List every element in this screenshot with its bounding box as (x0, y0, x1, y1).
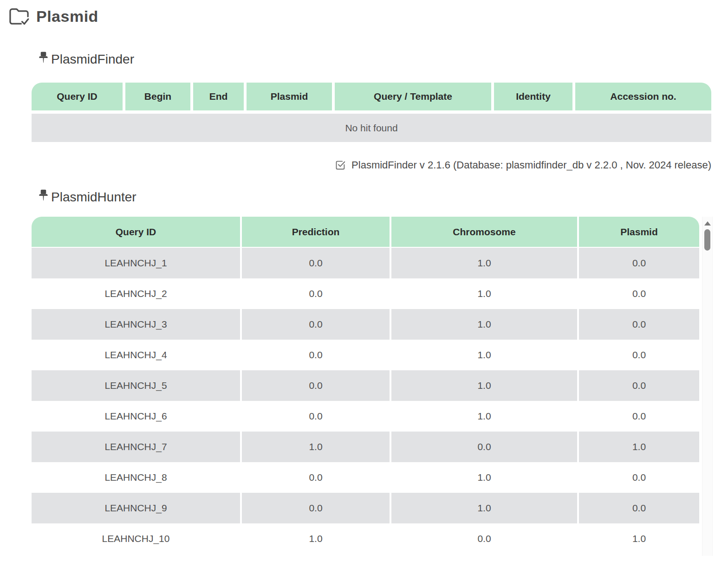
cell-prediction: 1.0 (242, 523, 390, 554)
cell-query-id: LEAHNCHJ_6 (32, 401, 240, 432)
column-header: Query / Template (335, 83, 491, 110)
cell-query-id: LEAHNCHJ_5 (32, 370, 240, 401)
column-header: Query ID (32, 217, 240, 247)
plasmidhunter-table: Query IDPredictionChromosomePlasmid LEAH… (32, 217, 699, 554)
cell-prediction: 0.0 (242, 340, 390, 370)
cell-chromosome: 1.0 (391, 370, 577, 401)
cell-prediction: 0.0 (242, 278, 390, 309)
cell-chromosome: 1.0 (391, 401, 577, 432)
section-title: PlasmidFinder (51, 52, 134, 67)
table-row: LEAHNCHJ_40.01.00.0 (32, 340, 699, 370)
table-row: LEAHNCHJ_101.00.01.0 (32, 523, 699, 554)
section-title: PlasmidHunter (51, 190, 136, 205)
plasmidfinder-table: Query IDBeginEndPlasmidQuery / TemplateI… (32, 83, 711, 142)
cell-prediction: 0.0 (242, 401, 390, 432)
page-header: Plasmid (0, 0, 728, 26)
plasmidhunter-table-wrap: Query IDPredictionChromosomePlasmid LEAH… (32, 217, 728, 554)
cell-query-id: LEAHNCHJ_7 (32, 432, 240, 462)
cell-plasmid: 0.0 (579, 309, 699, 340)
cell-query-id: LEAHNCHJ_3 (32, 309, 240, 340)
cell-plasmid: 0.0 (579, 401, 699, 432)
cell-query-id: LEAHNCHJ_10 (32, 523, 240, 554)
cell-prediction: 0.0 (242, 309, 390, 340)
plasmidhunter-heading: PlasmidHunter (38, 190, 728, 205)
cell-plasmid: 0.0 (579, 493, 699, 523)
column-header: Begin (125, 83, 190, 110)
cell-chromosome: 1.0 (391, 309, 577, 340)
cell-query-id: LEAHNCHJ_9 (32, 493, 240, 523)
cell-prediction: 0.0 (242, 493, 390, 523)
cell-plasmid: 0.0 (579, 340, 699, 370)
version-note: PlasmidFinder v 2.1.6 (Database: plasmid… (32, 159, 711, 171)
cell-plasmid: 0.0 (579, 248, 699, 278)
table-row: LEAHNCHJ_80.01.00.0 (32, 462, 699, 493)
column-header: Plasmid (579, 217, 699, 247)
plasmidhunter-body: LEAHNCHJ_10.01.00.0LEAHNCHJ_20.01.00.0LE… (32, 248, 699, 554)
table-row: LEAHNCHJ_71.00.01.0 (32, 432, 699, 462)
cell-prediction: 0.0 (242, 370, 390, 401)
cell-plasmid: 0.0 (579, 278, 699, 309)
cell-prediction: 1.0 (242, 432, 390, 462)
plasmidfinder-heading: PlasmidFinder (38, 52, 728, 67)
table-row: LEAHNCHJ_50.01.00.0 (32, 370, 699, 401)
cell-chromosome: 0.0 (391, 523, 577, 554)
plasmidfinder-section: PlasmidFinder Query IDBeginEndPlasmidQue… (0, 52, 728, 171)
plasmidhunter-header-row: Query IDPredictionChromosomePlasmid (32, 217, 699, 247)
cell-query-id: LEAHNCHJ_1 (32, 248, 240, 278)
cell-plasmid: 1.0 (579, 523, 699, 554)
plasmidhunter-section: PlasmidHunter Query IDPredictionChromoso… (0, 190, 728, 554)
column-header: Chromosome (391, 217, 577, 247)
scroll-up-icon[interactable] (704, 221, 711, 226)
scrollbar[interactable] (702, 217, 713, 556)
cell-chromosome: 1.0 (391, 493, 577, 523)
no-hit-message: No hit found (345, 123, 397, 134)
column-header: End (193, 83, 244, 110)
page-title: Plasmid (36, 7, 98, 26)
table-row: LEAHNCHJ_10.01.00.0 (32, 248, 699, 278)
cell-plasmid: 0.0 (579, 370, 699, 401)
cell-chromosome: 1.0 (391, 462, 577, 493)
cell-plasmid: 0.0 (579, 462, 699, 493)
column-header: Identity (494, 83, 572, 110)
cell-query-id: LEAHNCHJ_2 (32, 278, 240, 309)
cell-chromosome: 1.0 (391, 278, 577, 309)
version-text: PlasmidFinder v 2.1.6 (Database: plasmid… (351, 159, 711, 171)
column-header: Prediction (242, 217, 390, 247)
pin-icon (38, 190, 49, 205)
table-row: LEAHNCHJ_30.01.00.0 (32, 309, 699, 340)
table-row: LEAHNCHJ_20.01.00.0 (32, 278, 699, 309)
no-hit-row: No hit found (32, 114, 711, 142)
table-row: LEAHNCHJ_60.01.00.0 (32, 401, 699, 432)
cell-plasmid: 1.0 (579, 432, 699, 462)
cell-query-id: LEAHNCHJ_4 (32, 340, 240, 370)
cell-prediction: 0.0 (242, 462, 390, 493)
column-header: Accession no. (575, 83, 711, 110)
checkbox-check-icon (334, 159, 347, 171)
pin-icon (38, 52, 49, 67)
column-header: Plasmid (247, 83, 332, 110)
table-row: LEAHNCHJ_90.01.00.0 (32, 493, 699, 523)
column-header: Query ID (32, 83, 123, 110)
cell-query-id: LEAHNCHJ_8 (32, 462, 240, 493)
cell-chromosome: 0.0 (391, 432, 577, 462)
plasmidfinder-header-row: Query IDBeginEndPlasmidQuery / TemplateI… (32, 83, 711, 110)
scrollbar-thumb[interactable] (704, 229, 710, 251)
cell-prediction: 0.0 (242, 248, 390, 278)
cell-chromosome: 1.0 (391, 248, 577, 278)
folder-check-icon (8, 6, 30, 26)
cell-chromosome: 1.0 (391, 340, 577, 370)
